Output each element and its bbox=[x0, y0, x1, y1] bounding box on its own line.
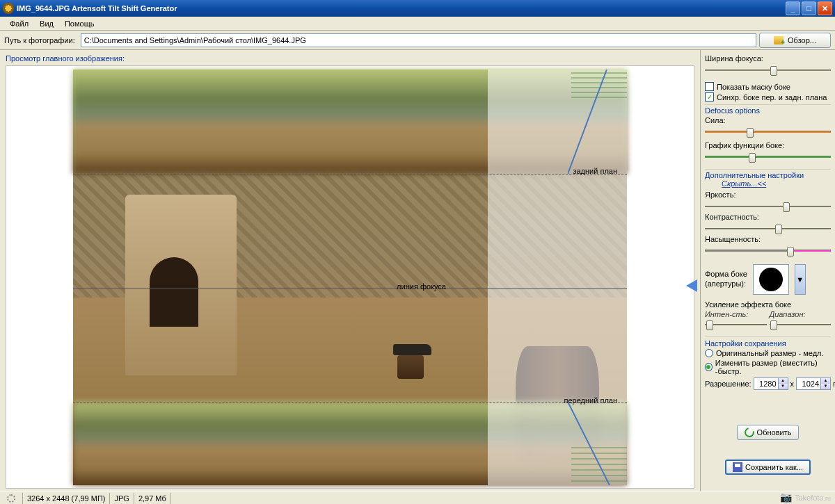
preview-label: Просмотр главного изображения: bbox=[6, 54, 694, 63]
focus-width-slider[interactable] bbox=[705, 64, 831, 76]
refresh-button[interactable]: Обновить bbox=[737, 425, 800, 440]
back-plane-line[interactable] bbox=[73, 174, 627, 174]
save-as-button[interactable]: Сохранить как... bbox=[725, 460, 811, 475]
browse-button[interactable]: Обзор... bbox=[759, 33, 831, 48]
save-settings-label: Настройки сохранения bbox=[705, 339, 786, 348]
save-as-label: Сохранить как... bbox=[745, 463, 803, 471]
path-input[interactable] bbox=[81, 33, 756, 47]
maximize-button[interactable]: □ bbox=[802, 1, 816, 15]
preview-canvas[interactable]: задний план линия фокуса передний план bbox=[6, 65, 694, 489]
brightness-slider[interactable] bbox=[705, 200, 831, 213]
bokeh-shape-label: Форма боке bbox=[705, 270, 747, 278]
bokeh-shape-dropdown[interactable]: ▼ bbox=[795, 264, 806, 295]
status-filesize: 2,97 Мб bbox=[134, 493, 171, 504]
resolution-label: Разрешение: bbox=[705, 380, 752, 388]
orig-size-label: Оригинальный размер - медл. bbox=[716, 349, 824, 357]
extra-settings-label: Дополнительные настройки bbox=[705, 171, 804, 179]
strength-label: Сила: bbox=[705, 116, 831, 124]
app-icon bbox=[3, 3, 14, 14]
titlebar: IMG_9644.JPG Artensoft Tilt Shift Genera… bbox=[0, 0, 835, 17]
contrast-label: Контрастность: bbox=[705, 213, 831, 221]
resize-label: Изменить размер (вместить) -быстр. bbox=[715, 359, 831, 375]
front-plane-line[interactable] bbox=[73, 402, 627, 403]
window-title: IMG_9644.JPG Artensoft Tilt Shift Genera… bbox=[17, 4, 786, 13]
menu-file[interactable]: Файл bbox=[4, 18, 34, 29]
range-slider[interactable] bbox=[770, 318, 832, 331]
watermark: 📷 Takefoto.ru bbox=[780, 491, 831, 503]
x-label: x bbox=[790, 380, 795, 388]
bokeh-curve-label: График функции боке: bbox=[705, 141, 831, 149]
sync-bokeh-checkbox[interactable]: ✓ bbox=[705, 92, 714, 101]
folder-add-icon bbox=[774, 36, 784, 44]
saturation-label: Насыщенность: bbox=[705, 235, 831, 243]
front-plane-label: передний план bbox=[564, 396, 617, 405]
sync-bokeh-label: Синхр. боке пер. и задн. плана bbox=[717, 93, 827, 101]
status-dimensions: 3264 x 2448 (7,99 МП) bbox=[23, 493, 110, 504]
intensity-slider[interactable] bbox=[705, 318, 767, 331]
orig-size-radio[interactable] bbox=[705, 349, 713, 357]
overlay-panel bbox=[488, 70, 627, 485]
show-mask-label: Показать маску боке bbox=[717, 83, 790, 91]
bokeh-enhance-label: Усиление эффекта боке bbox=[705, 300, 831, 309]
side-panel: Ширина фокуса: Показать маску боке ✓ Син… bbox=[700, 50, 835, 491]
width-spinner[interactable]: ▲▼ bbox=[754, 377, 788, 390]
show-mask-checkbox[interactable] bbox=[705, 82, 714, 91]
focus-line[interactable] bbox=[73, 288, 627, 289]
save-icon bbox=[733, 462, 742, 472]
hide-link[interactable]: Скрыть...<< bbox=[722, 179, 766, 188]
intensity-label: Интен-сть: bbox=[705, 310, 748, 318]
focus-width-label: Ширина фокуса: bbox=[705, 54, 831, 63]
toolbar: Путь к фотографии: Обзор... bbox=[0, 31, 835, 50]
strength-slider[interactable] bbox=[705, 126, 831, 138]
height-spinner[interactable]: ▲▼ bbox=[796, 377, 831, 390]
range-label: Диапазон: bbox=[770, 310, 806, 318]
resize-radio[interactable] bbox=[705, 363, 713, 371]
bokeh-curve-slider[interactable] bbox=[705, 151, 831, 163]
aperture-label: (апертуры): bbox=[705, 279, 747, 288]
menu-view[interactable]: Вид bbox=[34, 18, 59, 29]
path-label: Путь к фотографии: bbox=[4, 36, 75, 44]
refresh-label: Обновить bbox=[757, 428, 792, 437]
close-button[interactable]: ✕ bbox=[818, 1, 832, 15]
status-format: JPG bbox=[110, 493, 134, 504]
menu-help[interactable]: Помощь bbox=[59, 18, 100, 29]
circle-icon bbox=[759, 268, 783, 291]
minimize-button[interactable]: _ bbox=[786, 1, 800, 15]
refresh-icon bbox=[742, 425, 756, 439]
back-plane-label: задний план bbox=[573, 167, 617, 175]
loading-icon bbox=[7, 494, 15, 503]
menubar: Файл Вид Помощь bbox=[0, 17, 835, 31]
focus-line-label: линия фокуса bbox=[397, 282, 446, 291]
brightness-label: Яркость: bbox=[705, 190, 831, 199]
statusbar: 3264 x 2448 (7,99 МП) JPG 2,97 Мб bbox=[0, 491, 835, 504]
browse-label: Обзор... bbox=[788, 36, 816, 44]
contrast-slider[interactable] bbox=[705, 222, 831, 235]
saturation-slider[interactable] bbox=[705, 245, 831, 257]
defocus-options-label: Defocus options bbox=[705, 106, 760, 115]
bokeh-shape-preview bbox=[753, 264, 789, 295]
